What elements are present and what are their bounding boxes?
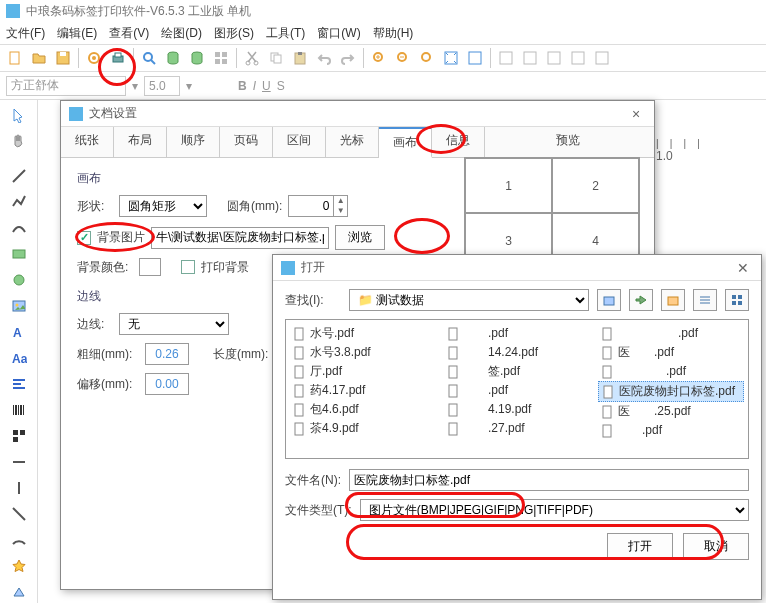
line-icon[interactable] bbox=[6, 165, 32, 187]
tab-cursor[interactable]: 光标 bbox=[326, 127, 379, 157]
new-icon[interactable] bbox=[4, 47, 26, 69]
file-item[interactable]: .pdf bbox=[444, 381, 590, 400]
file-item[interactable]: 茶4.9.pdf bbox=[290, 419, 436, 438]
redo-icon[interactable] bbox=[337, 47, 359, 69]
grid-icon[interactable] bbox=[210, 47, 232, 69]
file-item[interactable]: .pdf bbox=[598, 362, 744, 381]
zoomin-icon[interactable] bbox=[368, 47, 390, 69]
file-item[interactable]: 医院废物封口标签.pdf bbox=[598, 381, 744, 402]
undo-icon[interactable] bbox=[313, 47, 335, 69]
file-item[interactable]: .pdf bbox=[598, 324, 744, 343]
tab-layout[interactable]: 布局 bbox=[114, 127, 167, 157]
text-icon[interactable]: A bbox=[6, 321, 32, 343]
file-item[interactable]: 包4.6.pdf bbox=[290, 400, 436, 419]
file-item[interactable]: 签.pdf bbox=[444, 362, 590, 381]
shape-icon[interactable] bbox=[6, 581, 32, 603]
tab-page[interactable]: 页码 bbox=[220, 127, 273, 157]
tab-paper[interactable]: 纸张 bbox=[61, 127, 114, 157]
newfolder-icon[interactable] bbox=[661, 289, 685, 311]
tab-order[interactable]: 顺序 bbox=[167, 127, 220, 157]
zoom100-icon[interactable] bbox=[416, 47, 438, 69]
align2-icon[interactable] bbox=[519, 47, 541, 69]
star-icon[interactable] bbox=[6, 555, 32, 577]
open-button[interactable]: 打开 bbox=[607, 533, 673, 560]
db-icon[interactable] bbox=[162, 47, 184, 69]
menu-window[interactable]: 窗口(W) bbox=[317, 25, 360, 42]
line2-icon[interactable] bbox=[6, 451, 32, 473]
dialog-title-bar[interactable]: 打开 ✕ bbox=[273, 255, 761, 281]
tab-info[interactable]: 信息 bbox=[432, 127, 485, 157]
list-icon[interactable] bbox=[693, 289, 717, 311]
printbg-checkbox[interactable] bbox=[181, 260, 195, 274]
file-list[interactable]: 水号.pdf水号3.8.pdf厅.pdf药4.17.pdf包4.6.pdf茶4.… bbox=[285, 319, 749, 459]
rect-icon[interactable] bbox=[6, 243, 32, 265]
vline-icon[interactable] bbox=[6, 477, 32, 499]
copy-icon[interactable] bbox=[265, 47, 287, 69]
open-icon[interactable] bbox=[28, 47, 50, 69]
up-icon[interactable] bbox=[629, 289, 653, 311]
print-icon[interactable] bbox=[107, 47, 129, 69]
menu-file[interactable]: 文件(F) bbox=[6, 25, 45, 42]
zoomout-icon[interactable] bbox=[392, 47, 414, 69]
align4-icon[interactable] bbox=[567, 47, 589, 69]
curve-icon[interactable] bbox=[6, 217, 32, 239]
align3-icon[interactable] bbox=[543, 47, 565, 69]
close-icon[interactable]: × bbox=[626, 104, 646, 124]
menu-edit[interactable]: 编辑(E) bbox=[57, 25, 97, 42]
align5-icon[interactable] bbox=[591, 47, 613, 69]
diag-icon[interactable] bbox=[6, 503, 32, 525]
barcode-icon[interactable] bbox=[6, 399, 32, 421]
file-item[interactable]: .27.pdf bbox=[444, 419, 590, 438]
offset-input[interactable] bbox=[145, 373, 189, 395]
polyline-icon[interactable] bbox=[6, 191, 32, 213]
bgimg-checkbox[interactable]: ✓ bbox=[77, 231, 91, 245]
menu-tool[interactable]: 工具(T) bbox=[266, 25, 305, 42]
font-size-input[interactable] bbox=[144, 76, 180, 96]
richtext-icon[interactable]: Aa bbox=[6, 347, 32, 369]
cancel-button[interactable]: 取消 bbox=[683, 533, 749, 560]
browse-button[interactable]: 浏览 bbox=[335, 225, 385, 250]
arc-icon[interactable] bbox=[6, 529, 32, 551]
file-item[interactable]: 厅.pdf bbox=[290, 362, 436, 381]
fit2-icon[interactable] bbox=[464, 47, 486, 69]
close-icon[interactable]: ✕ bbox=[733, 258, 753, 278]
file-item[interactable]: .pdf bbox=[598, 421, 744, 440]
file-item[interactable]: 水号.pdf bbox=[290, 324, 436, 343]
gear-icon[interactable] bbox=[83, 47, 105, 69]
image-icon[interactable] bbox=[6, 295, 32, 317]
font-name-input[interactable] bbox=[6, 76, 126, 96]
back-icon[interactable] bbox=[597, 289, 621, 311]
tab-range[interactable]: 区间 bbox=[273, 127, 326, 157]
file-item[interactable]: 医 .25.pdf bbox=[598, 402, 744, 421]
paste-icon[interactable] bbox=[289, 47, 311, 69]
cut-icon[interactable] bbox=[241, 47, 263, 69]
align-left-icon[interactable] bbox=[6, 373, 32, 395]
file-item[interactable]: 药4.17.pdf bbox=[290, 381, 436, 400]
file-item[interactable]: .pdf bbox=[444, 324, 590, 343]
filetype-select[interactable]: 图片文件(BMP|JPEG|GIF|PNG|TIFF|PDF) bbox=[360, 499, 749, 521]
align1-icon[interactable] bbox=[495, 47, 517, 69]
save-icon[interactable] bbox=[52, 47, 74, 69]
detail-icon[interactable] bbox=[725, 289, 749, 311]
pointer-icon[interactable] bbox=[6, 104, 32, 126]
file-item[interactable]: 14.24.pdf bbox=[444, 343, 590, 362]
file-item[interactable]: 4.19.pdf bbox=[444, 400, 590, 419]
shape-select[interactable]: 圆角矩形 bbox=[119, 195, 207, 217]
menu-shape[interactable]: 图形(S) bbox=[214, 25, 254, 42]
db2-icon[interactable] bbox=[186, 47, 208, 69]
menu-help[interactable]: 帮助(H) bbox=[373, 25, 414, 42]
bgcolor-box[interactable] bbox=[139, 258, 161, 276]
thick-input[interactable] bbox=[145, 343, 189, 365]
file-item[interactable]: 医 .pdf bbox=[598, 343, 744, 362]
zoom-icon[interactable] bbox=[138, 47, 160, 69]
tab-canvas[interactable]: 画布 bbox=[379, 127, 432, 158]
circle-icon[interactable] bbox=[6, 269, 32, 291]
dialog-title-bar[interactable]: 文档设置 × bbox=[61, 101, 654, 127]
menu-draw[interactable]: 绘图(D) bbox=[161, 25, 202, 42]
qr-icon[interactable] bbox=[6, 425, 32, 447]
menu-view[interactable]: 查看(V) bbox=[109, 25, 149, 42]
border-select[interactable]: 无 bbox=[119, 313, 229, 335]
filename-input[interactable] bbox=[349, 469, 749, 491]
lookin-select[interactable]: 📁 测试数据 bbox=[349, 289, 589, 311]
bgimg-path-input[interactable] bbox=[151, 227, 329, 249]
